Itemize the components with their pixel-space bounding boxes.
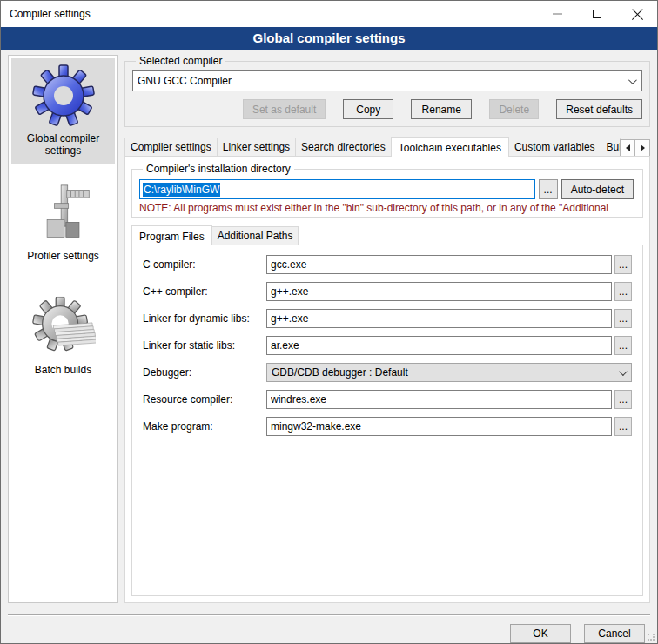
dialog-body: Global compiler settings Profi (1, 50, 657, 607)
tab-toolchain-executables[interactable]: Toolchain executables (391, 137, 509, 157)
compiler-select-value: GNU GCC Compiler (138, 75, 628, 87)
minimize-icon (553, 13, 562, 15)
footer: OK Cancel (1, 616, 657, 643)
minimize-button[interactable] (537, 1, 577, 27)
installation-directory-input[interactable]: C:\raylib\MinGW (139, 179, 535, 199)
c-compiler-input[interactable] (266, 255, 612, 274)
linker-static-label: Linker for static libs: (143, 339, 266, 352)
cpp-compiler-browse-button[interactable]: ... (614, 282, 632, 301)
caliper-icon (34, 182, 93, 245)
copy-button[interactable]: Copy (343, 99, 393, 119)
program-files-page: C compiler: ... C++ compiler: ... Linker… (131, 245, 643, 596)
reset-defaults-button[interactable]: Reset defaults (556, 99, 642, 119)
linker-static-browse-button[interactable]: ... (614, 336, 632, 355)
field-row-c-compiler: C compiler: ... (143, 255, 632, 274)
set-as-default-button[interactable]: Set as default (243, 99, 326, 119)
toolchain-subtabs: Program Files Additional Paths (131, 225, 643, 245)
linker-dynamic-input[interactable] (266, 309, 612, 328)
debugger-select-value: GDB/CDB debugger : Default (272, 366, 619, 379)
sidebar-item-global-compiler-settings[interactable]: Global compiler settings (11, 58, 115, 164)
tab-search-directories[interactable]: Search directories (295, 138, 392, 157)
delete-button[interactable]: Delete (489, 99, 539, 119)
field-row-linker-static: Linker for static libs: ... (143, 336, 632, 355)
tab-linker-settings[interactable]: Linker settings (217, 138, 296, 157)
installation-directory-group-label: Compiler's installation directory (143, 163, 294, 175)
tab-scroll-right-button[interactable] (634, 139, 650, 157)
resource-compiler-input[interactable] (266, 390, 612, 409)
tab-additional-paths[interactable]: Additional Paths (212, 226, 299, 245)
tab-program-files[interactable]: Program Files (131, 225, 212, 245)
close-icon (631, 8, 644, 21)
titlebar: Compiler settings (1, 1, 657, 27)
triangle-right-icon (641, 144, 645, 151)
ok-button[interactable]: OK (510, 624, 571, 643)
field-row-linker-dynamic: Linker for dynamic libs: ... (143, 309, 632, 328)
sidebar-item-batch-builds[interactable]: Batch builds (11, 290, 115, 384)
resource-compiler-browse-button[interactable]: ... (614, 390, 632, 409)
chevron-down-icon (619, 367, 628, 376)
auto-detect-button[interactable]: Auto-detect (561, 179, 634, 199)
make-program-label: Make program: (143, 420, 266, 433)
installation-directory-row: C:\raylib\MinGW ... Auto-detect (139, 179, 634, 199)
installation-directory-group: Compiler's installation directory C:\ray… (131, 163, 643, 218)
linker-dynamic-label: Linker for dynamic libs: (143, 312, 266, 325)
sidebar-item-label: Global compiler settings (13, 132, 113, 157)
tab-scroll-buttons (620, 139, 650, 157)
page-title: Global compiler settings (1, 27, 657, 50)
compiler-settings-dialog: Compiler settings Global compiler settin… (0, 0, 658, 644)
field-row-make-program: Make program: ... (143, 417, 632, 436)
browse-directory-button[interactable]: ... (539, 179, 558, 199)
field-row-resource-compiler: Resource compiler: ... (143, 390, 632, 409)
resize-grip[interactable] (648, 634, 655, 641)
maximize-icon (593, 10, 601, 18)
window-controls (537, 1, 657, 27)
main-panel: Selected compiler GNU GCC Compiler Set a… (124, 55, 650, 603)
c-compiler-browse-button[interactable]: ... (614, 255, 632, 274)
gear-icon (32, 64, 95, 127)
compiler-tabs: Compiler settings Linker settings Search… (124, 137, 650, 157)
make-program-browse-button[interactable]: ... (614, 417, 632, 436)
tab-build-options[interactable]: Build (601, 138, 621, 157)
close-button[interactable] (617, 1, 657, 27)
gear-stack-icon (31, 296, 96, 359)
debugger-label: Debugger: (143, 366, 266, 379)
tab-compiler-settings[interactable]: Compiler settings (124, 138, 218, 157)
field-row-cpp-compiler: C++ compiler: ... (143, 282, 632, 301)
triangle-left-icon (626, 144, 630, 151)
tab-custom-variables[interactable]: Custom variables (508, 138, 601, 157)
make-program-input[interactable] (266, 417, 612, 436)
toolchain-executables-page: Compiler's installation directory C:\ray… (124, 156, 650, 603)
chevron-down-icon (628, 76, 637, 84)
compiler-buttons-row: Set as default Copy Rename Delete Reset … (132, 99, 642, 119)
note-text: NOTE: All programs must exist either in … (139, 202, 634, 214)
compiler-select[interactable]: GNU GCC Compiler (132, 70, 642, 91)
maximize-button[interactable] (577, 1, 617, 27)
resource-compiler-label: Resource compiler: (143, 393, 266, 406)
tab-scroll-left-button[interactable] (620, 139, 635, 157)
linker-dynamic-browse-button[interactable]: ... (614, 309, 632, 328)
installation-directory-value: C:\raylib\MinGW (143, 183, 220, 197)
linker-static-input[interactable] (266, 336, 612, 355)
window-title: Compiler settings (1, 8, 91, 20)
selected-compiler-group: Selected compiler GNU GCC Compiler Set a… (124, 55, 650, 127)
cpp-compiler-label: C++ compiler: (143, 285, 266, 298)
debugger-select[interactable]: GDB/CDB debugger : Default (266, 363, 632, 382)
c-compiler-label: C compiler: (143, 258, 266, 271)
sidebar-item-label: Batch builds (35, 364, 91, 376)
rename-button[interactable]: Rename (411, 99, 472, 119)
field-row-debugger: Debugger: GDB/CDB debugger : Default (143, 363, 632, 382)
sidebar-item-profiler-settings[interactable]: Profiler settings (11, 176, 115, 270)
selected-compiler-group-label: Selected compiler (136, 55, 225, 67)
sidebar-item-label: Profiler settings (27, 250, 99, 262)
cpp-compiler-input[interactable] (266, 282, 612, 301)
sidebar: Global compiler settings Profi (8, 55, 118, 603)
cancel-button[interactable]: Cancel (584, 624, 645, 643)
